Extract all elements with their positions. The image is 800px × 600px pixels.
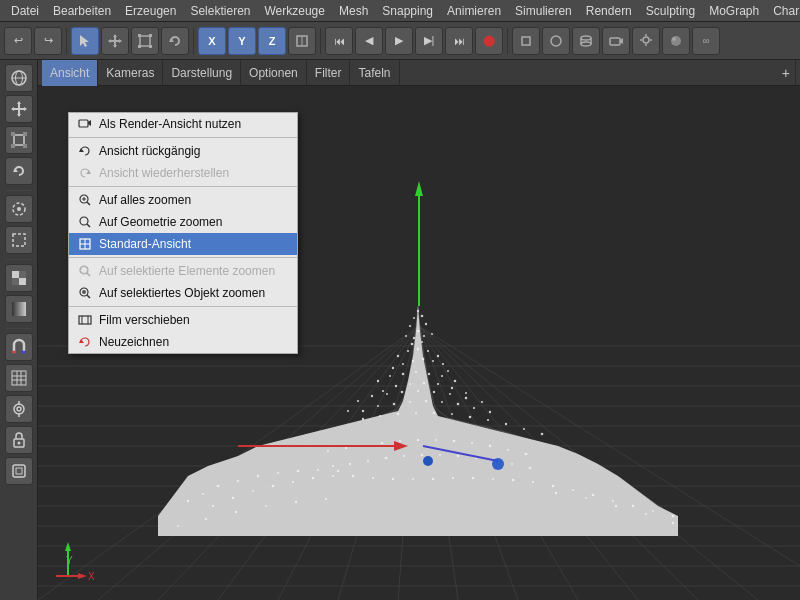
viewport-3d[interactable]: Y X Ze... Als Render-Ansicht nutzen (38, 86, 800, 600)
redo-button[interactable]: ↪ (34, 27, 62, 55)
menu-sculpting[interactable]: Sculpting (639, 2, 702, 20)
object-mode-btn[interactable] (5, 64, 33, 92)
menu-selektieren[interactable]: Selektieren (183, 2, 257, 20)
menu-werkzeuge[interactable]: Werkzeuge (257, 2, 331, 20)
vt-expand[interactable]: + (777, 60, 796, 86)
menu-charak[interactable]: Charak (766, 2, 800, 20)
light-button[interactable] (632, 27, 660, 55)
undo-button[interactable]: ↩ (4, 27, 32, 55)
play-prev-button[interactable]: ◀ (355, 27, 383, 55)
sep1 (66, 28, 67, 54)
svg-marker-241 (65, 542, 71, 551)
menubar: Datei Bearbeiten Erzeugen Selektieren We… (0, 0, 800, 22)
select-button[interactable] (71, 27, 99, 55)
box-select-btn[interactable] (5, 226, 33, 254)
dropdown-item-zoom-obj[interactable]: Auf selektiertes Objekt zoomen (69, 282, 297, 304)
anim-button[interactable]: ∞ (692, 27, 720, 55)
axis-x-button[interactable]: X (198, 27, 226, 55)
magnet-btn[interactable] (5, 333, 33, 361)
sidebar (0, 60, 38, 600)
axis-y-button[interactable]: Y (228, 27, 256, 55)
svg-rect-9 (149, 34, 152, 37)
vt-tafeln[interactable]: Tafeln (350, 60, 399, 86)
svg-rect-55 (12, 371, 26, 385)
svg-rect-42 (11, 144, 15, 148)
vt-ansicht[interactable]: Ansicht (42, 60, 98, 86)
menu-mesh[interactable]: Mesh (332, 2, 375, 20)
primitive-sphere-button[interactable] (542, 27, 570, 55)
rotate-tool-btn[interactable] (5, 157, 33, 185)
menu-mograph[interactable]: MoGraph (702, 2, 766, 20)
grid-btn[interactable] (5, 364, 33, 392)
svg-rect-15 (522, 37, 530, 45)
lock-btn[interactable] (5, 426, 33, 454)
svg-rect-11 (149, 45, 152, 48)
svg-point-20 (581, 42, 591, 46)
svg-rect-246 (79, 120, 88, 127)
film-icon (77, 312, 93, 328)
main-area: Ansicht Kameras Darstellung Optionen Fil… (0, 60, 800, 600)
play-back-button[interactable]: ⏮ (325, 27, 353, 55)
menu-simulieren[interactable]: Simulieren (508, 2, 579, 20)
play-next-button[interactable]: ▶| (415, 27, 443, 55)
rotate-button[interactable] (161, 27, 189, 55)
play-button[interactable]: ▶ (385, 27, 413, 55)
svg-rect-21 (610, 38, 620, 45)
dropdown-item-redo[interactable]: Ansicht wiederherstellen (69, 162, 297, 184)
move-tool-btn[interactable] (5, 95, 33, 123)
menu-datei[interactable]: Datei (4, 2, 46, 20)
svg-point-16 (551, 36, 561, 46)
dropdown-item-zoom-geo[interactable]: Auf Geometrie zoomen (69, 211, 297, 233)
live-selection-btn[interactable] (5, 195, 33, 223)
menu-snapping[interactable]: Snapping (375, 2, 440, 20)
redraw-icon (77, 334, 93, 350)
vt-filter[interactable]: Filter (307, 60, 351, 86)
dropdown-item-render[interactable]: Als Render-Ansicht nutzen (69, 113, 297, 135)
scale-tool-btn[interactable] (5, 126, 33, 154)
menu-rendern[interactable]: Rendern (579, 2, 639, 20)
svg-rect-7 (140, 36, 150, 46)
svg-point-65 (17, 442, 20, 445)
viewport-toolbar: Ansicht Kameras Darstellung Optionen Fil… (38, 60, 800, 86)
svg-rect-48 (12, 271, 19, 278)
sep4 (507, 28, 508, 54)
svg-line-251 (87, 202, 90, 205)
primitive-box-button[interactable] (512, 27, 540, 55)
camera-button[interactable] (602, 27, 630, 55)
checker-btn[interactable] (5, 264, 33, 292)
gradient-btn[interactable] (5, 295, 33, 323)
keyframe-btn[interactable] (5, 457, 33, 485)
svg-line-260 (87, 273, 90, 276)
primitive-cylinder-button[interactable] (572, 27, 600, 55)
dropdown-item-zoom-sel[interactable]: Auf selektierte Elemente zoomen (69, 260, 297, 282)
transform-button[interactable] (288, 27, 316, 55)
menu-bearbeiten[interactable]: Bearbeiten (46, 2, 118, 20)
svg-marker-244 (78, 573, 87, 579)
svg-rect-67 (16, 468, 22, 474)
move-button[interactable] (101, 27, 129, 55)
dropdown-item-standard[interactable]: Standard-Ansicht (69, 233, 297, 255)
svg-point-29 (672, 37, 676, 41)
record-button[interactable]: ⬤ (475, 27, 503, 55)
material-button[interactable] (662, 27, 690, 55)
vt-darstellung[interactable]: Darstellung (163, 60, 241, 86)
vt-kameras[interactable]: Kameras (98, 60, 163, 86)
zoom-sel-icon (77, 263, 93, 279)
scale-button[interactable] (131, 27, 159, 55)
svg-point-238 (423, 456, 433, 466)
dropdown-item-redraw[interactable]: Neuzeichnen (69, 331, 297, 353)
dropdown-sep4 (69, 306, 297, 307)
dropdown-item-zoom-all[interactable]: Auf alles zoomen (69, 189, 297, 211)
svg-rect-43 (23, 144, 27, 148)
menu-erzeugen[interactable]: Erzeugen (118, 2, 183, 20)
vt-optionen[interactable]: Optionen (241, 60, 307, 86)
svg-marker-4 (113, 45, 117, 48)
dropdown-sep2 (69, 186, 297, 187)
axis-z-button[interactable]: Z (258, 27, 286, 55)
play-fwd-button[interactable]: ⏭ (445, 27, 473, 55)
snap-btn[interactable] (5, 395, 33, 423)
svg-text:X: X (88, 571, 95, 582)
menu-animieren[interactable]: Animieren (440, 2, 508, 20)
dropdown-item-undo[interactable]: Ansicht rückgängig (69, 140, 297, 162)
dropdown-item-film[interactable]: Film verschieben (69, 309, 297, 331)
